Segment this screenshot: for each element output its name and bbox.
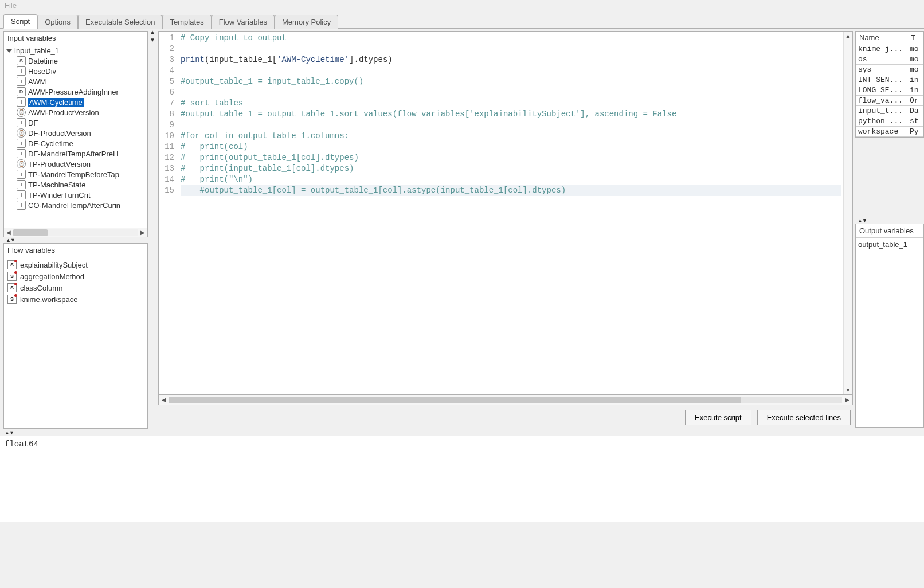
code-editor[interactable]: 123456789101112131415 # Copy input to ou… (158, 31, 853, 395)
scroll-up-icon[interactable]: ▲ (845, 32, 851, 40)
col-type-header[interactable]: T (907, 32, 923, 44)
tab-flow-variables[interactable]: Flow Variables (212, 15, 275, 29)
code-line[interactable]: # Copy input to output (181, 33, 841, 44)
flow-variable-item[interactable]: SaggregationMethod (5, 271, 146, 282)
tab-script[interactable]: Script (3, 14, 37, 29)
flow-variable-item[interactable]: Sknime.workspace (5, 293, 146, 305)
type-icon: D (17, 87, 26, 96)
tab-templates[interactable]: Templates (162, 15, 211, 29)
execute-script-button[interactable]: Execute script (685, 410, 751, 425)
tree-item[interactable]: ITP-MandrelTempBeforeTap (4, 169, 147, 179)
tree-item[interactable]: ⌚AWM-ProductVersion (4, 107, 147, 117)
tree-item[interactable]: DAWM-PressureAddingInner (4, 87, 147, 97)
tree-item[interactable]: ⌚DF-ProductVersion (4, 128, 147, 138)
flow-variable-item[interactable]: SexplainabilitySubject (5, 259, 146, 271)
tree-item-label: AWM-PressureAddingInner (28, 88, 119, 96)
console-output[interactable]: float64 (0, 436, 924, 522)
workspace-row[interactable]: INT_SEN...in (856, 75, 923, 85)
editor-vscroll[interactable]: ▲ ▼ (843, 32, 852, 394)
output-variables-list[interactable]: output_table_1 (856, 238, 923, 251)
hscroll-thumb[interactable] (13, 229, 48, 236)
tree-item-label: DF-ProductVersion (28, 129, 91, 138)
code-line[interactable]: # print("\n") (181, 174, 841, 185)
code-line[interactable]: #output_table_1 = input_table_1.copy() (181, 76, 841, 87)
editor-hscroll[interactable]: ◀ ▶ (158, 395, 853, 405)
scroll-down-icon[interactable]: ▼ (845, 386, 851, 394)
right-splitter[interactable]: ▲▼ (855, 218, 924, 224)
tab-options[interactable]: Options (37, 15, 78, 29)
tree-item[interactable]: ITP-WinderTurnCnt (4, 190, 147, 200)
console-splitter[interactable]: ▲▼ (0, 430, 924, 436)
code-line[interactable] (181, 65, 841, 76)
tree-item[interactable]: IDF (4, 117, 147, 128)
tree-item[interactable]: IHoseDiv (4, 66, 147, 76)
mid-expander[interactable]: ▲ ▼ (149, 29, 157, 430)
workspace-row[interactable]: LONG_SE...in (856, 85, 923, 96)
expand-up-icon[interactable]: ▲ (150, 29, 155, 35)
workspace-name-cell: INT_SEN... (856, 75, 907, 85)
scroll-left-icon[interactable]: ◀ (4, 229, 13, 236)
workspace-row[interactable]: knime_j...mo (856, 44, 923, 54)
tree-item[interactable]: ICO-MandrelTempAfterCurin (4, 200, 147, 210)
workspace-row[interactable]: python_...st (856, 116, 923, 127)
code-line[interactable]: # print(input_table_1[col].dtypes) (181, 163, 841, 174)
workspace-row[interactable]: osmo (856, 54, 923, 65)
vertical-splitter[interactable]: ▲▼ (3, 237, 148, 243)
workspace-name-cell: workspace (856, 127, 907, 136)
scroll-left-icon[interactable]: ◀ (159, 397, 169, 403)
tab-executable-selection[interactable]: Executable Selection (78, 15, 162, 29)
type-icon: ⌚ (17, 108, 26, 117)
flow-variables-list[interactable]: SexplainabilitySubjectSaggregationMethod… (4, 257, 147, 307)
tree-item[interactable]: ⌚TP-ProductVersion (4, 159, 147, 169)
col-name-header[interactable]: Name (856, 32, 907, 44)
expand-down-icon[interactable]: ▼ (150, 37, 155, 43)
main-content: Input variables input_table_1 SDatetimeI… (0, 29, 924, 430)
code-line[interactable]: print(input_table_1['AWM-Cycletime'].dty… (181, 54, 841, 65)
tree-item[interactable]: IAWM (4, 76, 147, 87)
workspace-row[interactable]: flow_va...Or (856, 96, 923, 106)
tree-item-label: TP-ProductVersion (28, 160, 91, 168)
output-variable-item[interactable]: output_table_1 (858, 240, 921, 249)
workspace-type-cell: st (907, 116, 923, 126)
tree-item[interactable]: IDF-MandrelTempAfterPreH (4, 148, 147, 159)
code-line[interactable]: #output_table_1[col] = output_table_1[co… (181, 185, 841, 196)
type-icon: I (17, 77, 26, 86)
flow-variable-item[interactable]: SclassColumn (5, 282, 146, 293)
code-line[interactable]: # print(output_table_1[col].dtypes) (181, 152, 841, 163)
editor-hscroll-track[interactable] (169, 397, 842, 403)
tree-item[interactable]: ITP-MachineState (4, 179, 147, 190)
code-line[interactable] (181, 120, 841, 131)
tree-item[interactable]: IDF-Cycletime (4, 138, 147, 148)
code-line[interactable] (181, 87, 841, 98)
editor-column: 123456789101112131415 # Copy input to ou… (157, 29, 854, 430)
code-line[interactable]: #output_table_1 = output_table_1.sort_va… (181, 109, 841, 120)
hscroll-track[interactable] (13, 229, 138, 236)
code-line[interactable]: # print(col) (181, 142, 841, 152)
menu-file[interactable]: File (5, 1, 17, 10)
tree-item[interactable]: SDatetime (4, 56, 147, 66)
input-variables-tree[interactable]: input_table_1 SDatetimeIHoseDivIAWMDAWM-… (4, 45, 147, 228)
code-line[interactable] (181, 44, 841, 54)
tree-item[interactable]: IAWM-Cycletime (4, 97, 147, 107)
scroll-right-icon[interactable]: ▶ (842, 397, 852, 403)
code-line[interactable]: # sort tables (181, 98, 841, 109)
code-area[interactable]: # Copy input to output print(input_table… (178, 32, 843, 394)
spacer (855, 138, 924, 218)
flow-variable-label: explainabilitySubject (20, 261, 88, 269)
execute-selected-lines-button[interactable]: Execute selected lines (757, 410, 851, 425)
code-line[interactable]: #for col in output_table_1.columns: (181, 131, 841, 142)
input-variables-pane: Input variables input_table_1 SDatetimeI… (3, 31, 148, 237)
type-icon: S (17, 56, 26, 65)
workspace-row[interactable]: workspacePy (856, 127, 923, 137)
workspace-row[interactable]: sysmo (856, 65, 923, 75)
workspace-table[interactable]: Name T knime_j...moosmosysmoINT_SEN...in… (855, 31, 924, 138)
tree-root-input-table[interactable]: input_table_1 (4, 46, 147, 56)
input-vars-hscroll[interactable]: ◀ ▶ (4, 228, 147, 237)
tab-memory-policy[interactable]: Memory Policy (275, 15, 338, 29)
type-icon: I (17, 118, 26, 127)
tree-item-label: Datetime (28, 57, 58, 65)
editor-hscroll-thumb[interactable] (169, 397, 741, 403)
splitter-handle-icon: ▲▼ (5, 430, 14, 436)
scroll-right-icon[interactable]: ▶ (138, 229, 147, 236)
workspace-row[interactable]: input_t...Da (856, 106, 923, 116)
